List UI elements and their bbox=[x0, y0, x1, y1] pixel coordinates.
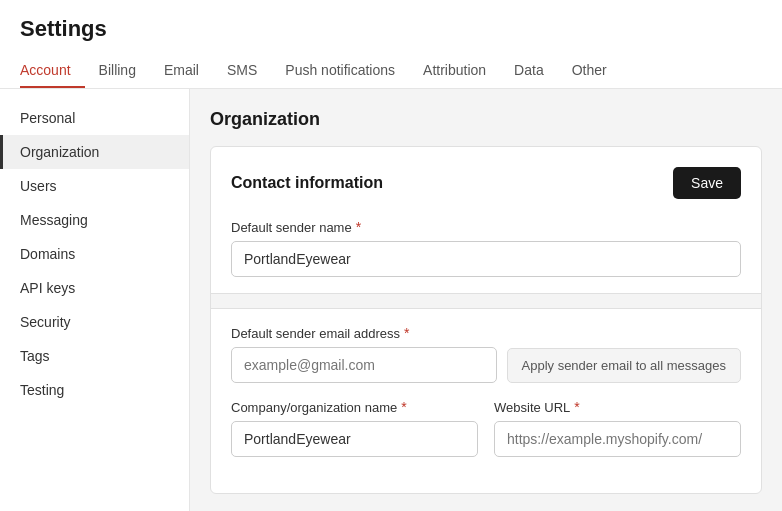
sender-name-input[interactable] bbox=[231, 241, 741, 277]
sidebar-item-tags[interactable]: Tags bbox=[0, 339, 189, 373]
company-name-field: Company/organization name * bbox=[231, 399, 478, 457]
tab-push-notifications[interactable]: Push notifications bbox=[271, 54, 409, 88]
sidebar-item-messaging[interactable]: Messaging bbox=[0, 203, 189, 237]
tab-data[interactable]: Data bbox=[500, 54, 558, 88]
app-container: Settings Account Billing Email SMS Push … bbox=[0, 0, 782, 511]
sidebar-item-organization[interactable]: Organization bbox=[0, 135, 189, 169]
main-content: Organization Contact information Save De… bbox=[190, 89, 782, 511]
sidebar-item-personal[interactable]: Personal bbox=[0, 101, 189, 135]
tab-attribution[interactable]: Attribution bbox=[409, 54, 500, 88]
sender-email-required: * bbox=[404, 325, 409, 341]
header: Settings Account Billing Email SMS Push … bbox=[0, 0, 782, 89]
website-url-required: * bbox=[574, 399, 579, 415]
content-area: Personal Organization Users Messaging Do… bbox=[0, 89, 782, 511]
tab-other[interactable]: Other bbox=[558, 54, 621, 88]
save-button[interactable]: Save bbox=[673, 167, 741, 199]
contact-info-card: Contact information Save Default sender … bbox=[210, 146, 762, 494]
organization-title: Organization bbox=[210, 109, 762, 130]
sender-email-field: Default sender email address * Apply sen… bbox=[231, 325, 741, 383]
two-col-row: Company/organization name * Website URL … bbox=[231, 399, 741, 473]
sender-email-input[interactable] bbox=[231, 347, 497, 383]
tab-sms[interactable]: SMS bbox=[213, 54, 271, 88]
sidebar: Personal Organization Users Messaging Do… bbox=[0, 89, 190, 511]
sidebar-item-domains[interactable]: Domains bbox=[0, 237, 189, 271]
card-header: Contact information Save bbox=[231, 167, 741, 199]
sidebar-item-testing[interactable]: Testing bbox=[0, 373, 189, 407]
sidebar-item-users[interactable]: Users bbox=[0, 169, 189, 203]
sender-name-label: Default sender name * bbox=[231, 219, 741, 235]
website-url-field: Website URL * bbox=[494, 399, 741, 457]
email-row: Apply sender email to all messages bbox=[231, 347, 741, 383]
company-name-input[interactable] bbox=[231, 421, 478, 457]
page-title: Settings bbox=[20, 16, 762, 42]
tab-billing[interactable]: Billing bbox=[85, 54, 150, 88]
company-name-required: * bbox=[401, 399, 406, 415]
apply-sender-email-button[interactable]: Apply sender email to all messages bbox=[507, 348, 742, 383]
sender-name-field: Default sender name * bbox=[231, 219, 741, 277]
website-url-input[interactable] bbox=[494, 421, 741, 457]
website-url-label: Website URL * bbox=[494, 399, 741, 415]
sidebar-item-security[interactable]: Security bbox=[0, 305, 189, 339]
sender-name-required: * bbox=[356, 219, 361, 235]
tab-account[interactable]: Account bbox=[20, 54, 85, 88]
sender-email-label: Default sender email address * bbox=[231, 325, 741, 341]
card-title: Contact information bbox=[231, 174, 383, 192]
company-name-label: Company/organization name * bbox=[231, 399, 478, 415]
tab-email[interactable]: Email bbox=[150, 54, 213, 88]
top-nav: Account Billing Email SMS Push notificat… bbox=[20, 54, 762, 88]
section-divider bbox=[211, 293, 761, 309]
sidebar-item-api-keys[interactable]: API keys bbox=[0, 271, 189, 305]
